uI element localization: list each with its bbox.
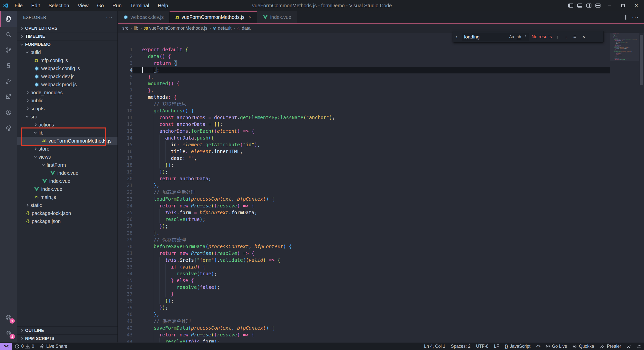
breadcrumb-data[interactable]: ◇data [237, 26, 251, 31]
status-language-mode[interactable]: {}JavaScript [502, 343, 533, 350]
status-notifications[interactable] [634, 343, 644, 350]
status-feedback[interactable] [624, 343, 634, 350]
code-line-8[interactable]: 8 methods: { [118, 94, 610, 101]
status-code-action[interactable]: <> [533, 343, 543, 350]
regex-icon[interactable]: .* [522, 35, 528, 39]
tree-item-main.js[interactable]: JSmain.js [17, 193, 117, 201]
code-line-42[interactable]: 42 saveFormData(processContext, bfpConte… [118, 325, 610, 331]
toggle-panel-icon[interactable] [577, 3, 583, 8]
code-line-18[interactable]: 18 }); [118, 162, 610, 168]
code-line-38[interactable]: 38 }); [118, 297, 610, 304]
code-line-23[interactable]: 23 loadFormData(processContext, bfpConte… [118, 196, 610, 202]
code-line-44[interactable]: 44 resolve(this.form); [118, 338, 610, 342]
tree-item-package-lock.json[interactable]: {}package-lock.json [17, 209, 117, 217]
find-input[interactable] [464, 34, 508, 40]
code-line-44[interactable]: resolve(this.form); [610, 60, 639, 61]
restore-button[interactable] [617, 1, 628, 10]
tree-item-index.vue[interactable]: index.vue [17, 169, 117, 177]
code-line-4[interactable]: 4 }; [118, 67, 610, 73]
code-editor[interactable]: 1export default {2 data() {3 return {4 }… [118, 33, 610, 342]
code-line-3[interactable]: 3 return { [118, 60, 610, 67]
status-prettier[interactable]: Prettier [597, 343, 624, 350]
tree-item-src[interactable]: src [17, 113, 117, 121]
tree-item-webpack.prod.js[interactable]: webpack.prod.js [17, 80, 117, 89]
code-line-9[interactable]: 9 // 获取锚信息 [118, 101, 610, 107]
code-line-19[interactable]: 19 }); [118, 168, 610, 175]
match-case-icon[interactable]: Aa [508, 35, 515, 39]
next-match-icon[interactable]: ↓ [563, 34, 569, 40]
breadcrumb-vueFormCommonMethods.js[interactable]: JSvueFormCommonMethods.js [144, 26, 207, 31]
activity-explorer[interactable] [0, 11, 17, 27]
toggle-secondary-sidebar-icon[interactable] [586, 3, 592, 8]
code-line-13[interactable]: 13 anchorDoms.forEach((element) => { [118, 128, 610, 135]
tree-item-webpack.dev.js[interactable]: webpack.dev.js [17, 72, 117, 80]
close-button[interactable]: × [631, 1, 642, 10]
scrollbar-thumb[interactable] [640, 35, 643, 85]
tree-item-build[interactable]: build [17, 48, 117, 56]
previous-match-icon[interactable]: ↑ [554, 34, 560, 40]
code-line-26[interactable]: 26 resolve(true); [118, 216, 610, 223]
code-line-33[interactable]: 33 if (valid) { [118, 264, 610, 270]
editor-more-actions-icon[interactable]: ··· [632, 14, 639, 21]
minimize-button[interactable]: – [604, 1, 615, 10]
tree-item-static[interactable]: static [17, 201, 117, 209]
tree-item-firstForm[interactable]: firstForm [17, 161, 117, 169]
activity-s-extension[interactable] [0, 58, 17, 73]
menu-view[interactable]: View [74, 2, 92, 10]
split-editor-icon[interactable] [625, 15, 626, 20]
code-line-15[interactable]: 15 id: element.getAttribute("id"), [118, 141, 610, 148]
breadcrumb-default[interactable]: ⊘default [213, 26, 231, 31]
code-line-6[interactable]: 6 mounted() { [118, 80, 610, 87]
menu-run[interactable]: Run [109, 2, 125, 10]
tree-item-views[interactable]: views [17, 153, 117, 161]
tab-webpack.dev.js[interactable]: webpack.dev.js [118, 11, 170, 23]
vertical-scrollbar[interactable] [639, 33, 644, 342]
tree-item-index.vue[interactable]: index.vue [17, 177, 117, 185]
menu-help[interactable]: Help [154, 2, 172, 10]
toggle-primary-sidebar-icon[interactable] [568, 3, 574, 8]
activity-settings[interactable]: 1 [0, 325, 17, 341]
code-line-32[interactable]: 32 this.$refs["form"].validate((valid) =… [118, 257, 610, 264]
code-line-5[interactable]: 5 }, [118, 73, 610, 80]
section-timeline[interactable]: TIMELINE [17, 32, 117, 40]
tree-item-vueFormCommonMethods.js[interactable]: JSvueFormCommonMethods.js [17, 137, 117, 145]
tree-item-index.vue[interactable]: index.vue [17, 185, 117, 193]
code-line-28[interactable]: 28 }, [118, 230, 610, 236]
section-open-editors[interactable]: OPEN EDITORS [17, 24, 117, 32]
tree-item-scripts[interactable]: scripts [17, 105, 117, 113]
tree-item-webpack.config.js[interactable]: webpack.config.js [17, 64, 117, 72]
minimap[interactable]: export default { data() { return { }; },… [610, 33, 639, 342]
live-share-status[interactable]: Live Share [37, 343, 70, 350]
menu-go[interactable]: Go [94, 2, 107, 10]
menu-terminal[interactable]: Terminal [127, 2, 153, 10]
code-line-25[interactable]: 25 this.form = bfpContext.formData; [118, 209, 610, 216]
code-line-24[interactable]: 24 return new Promise((resolve) => { [118, 202, 610, 209]
explorer-more-actions-icon[interactable]: ··· [106, 14, 113, 21]
code-line-36[interactable]: 36 resolve(false); [118, 284, 610, 291]
close-find-icon[interactable]: × [581, 34, 587, 40]
activity-run-debug[interactable] [0, 73, 17, 89]
tab-vueFormCommonMethods.js[interactable]: JSvueFormCommonMethods.js× [170, 11, 257, 23]
section-npm-scripts[interactable]: NPM SCRIPTS [17, 334, 117, 342]
code-line-40[interactable]: 40 }, [118, 311, 610, 318]
code-line-22[interactable]: 22 // 加载表单后处理 [118, 189, 610, 196]
code-line-12[interactable]: 12 const anchorData = []; [118, 121, 610, 128]
code-line-39[interactable]: 39 }); [118, 304, 610, 311]
menu-selection[interactable]: Selection [45, 2, 73, 10]
tree-item-mfp.config.js[interactable]: JSmfp.config.js [17, 56, 117, 64]
activity-extensions[interactable] [0, 89, 17, 105]
status-cursor-position[interactable]: Ln 4, Col 1 [421, 343, 448, 350]
code-line-31[interactable]: 31 return new Promise((resolve) => { [118, 250, 610, 257]
activity-extension-circle[interactable] [0, 105, 17, 120]
status-encoding[interactable]: UTF-8 [473, 343, 491, 350]
code-line-34[interactable]: 34 resolve(true); [118, 270, 610, 277]
code-line-29[interactable]: 29 // 保存前处理 [118, 236, 610, 243]
toggle-replace-icon[interactable]: › [454, 31, 459, 42]
remote-indicator[interactable]: >< [0, 343, 12, 350]
code-line-27[interactable]: 27 }); [118, 223, 610, 230]
menu-edit[interactable]: Edit [28, 2, 43, 10]
code-line-14[interactable]: 14 anchorData.push({ [118, 135, 610, 141]
activity-accounts[interactable]: 1 [0, 310, 17, 325]
problems-indicator[interactable]: 0 0 [12, 343, 37, 350]
activity-search[interactable] [0, 27, 17, 42]
